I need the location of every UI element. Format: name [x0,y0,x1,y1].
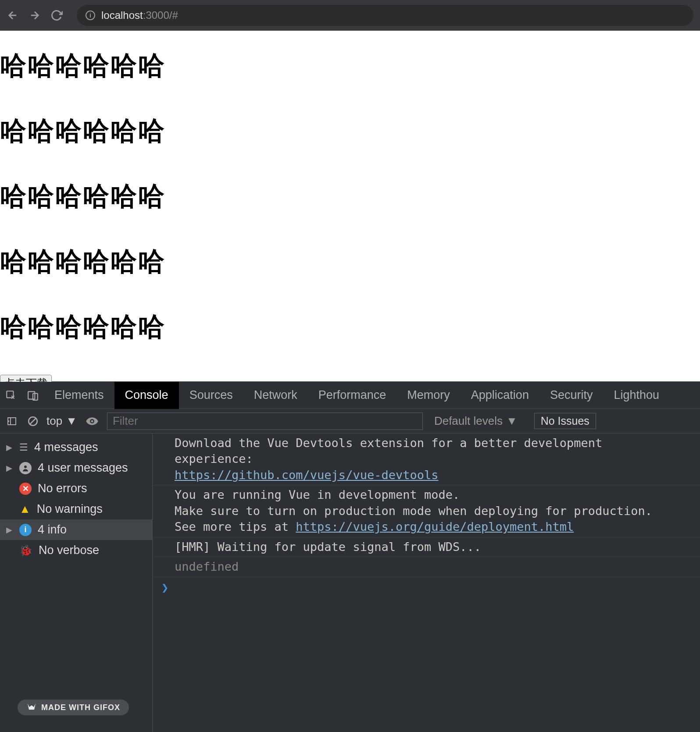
tab-sources[interactable]: Sources [179,382,243,409]
forward-button[interactable] [29,9,41,21]
console-link[interactable]: https://vuejs.org/guide/deployment.html [296,520,574,533]
context-selector[interactable]: top▼ [46,414,77,428]
url-text: localhost:3000/# [101,9,178,21]
log-levels-selector[interactable]: Default levels▼ [434,414,518,428]
back-button[interactable] [7,9,19,21]
content-row: 哈哈哈哈哈哈 [0,179,700,214]
console-sidebar: ▶ ☰ 4 messages ▶ 4 user messages ✕ No er… [0,434,153,732]
content-row: 哈哈哈哈哈哈 [0,309,700,345]
console-link[interactable]: https://github.com/vuejs/vue-devtools [175,468,438,482]
gifox-badge: MADE WITH GIFOX [18,700,129,715]
warning-icon: ▲ [19,502,31,516]
content-row: 哈哈哈哈哈哈 [0,48,700,84]
clear-console-icon[interactable] [25,416,40,427]
console-output: Download the Vue Devtools extension for … [153,434,700,732]
info-icon: i [19,524,32,536]
console-prompt[interactable]: ❯ [153,577,700,598]
reload-button[interactable] [50,9,63,21]
sidebar-info[interactable]: ▶ i 4 info [0,519,152,540]
list-icon: ☰ [19,442,28,453]
tab-network[interactable]: Network [243,382,308,409]
chevron-right-icon: ▶ [6,443,13,452]
console-line: [HMR] Waiting for update signal from WDS… [153,537,700,557]
chevron-right-icon: ▶ [6,525,13,535]
chevron-down-icon: ▼ [66,414,77,428]
device-toggle-icon[interactable] [22,382,44,409]
site-info-icon[interactable]: i [86,11,95,20]
console-filter-input[interactable] [107,412,423,430]
url-bar[interactable]: i localhost:3000/# [77,5,693,26]
sidebar-errors[interactable]: ✕ No errors [0,478,152,499]
browser-toolbar: i localhost:3000/# [0,0,700,31]
tab-performance[interactable]: Performance [308,382,397,409]
chevron-right-icon: ▶ [6,463,13,473]
error-icon: ✕ [19,483,32,495]
svg-point-5 [24,465,27,468]
content-row: 哈哈哈哈哈哈 [0,114,700,149]
console-toolbar: top▼ Default levels▼ No Issues [0,409,700,434]
console-line: You are running Vue in development mode.… [153,485,700,537]
sidebar-warnings[interactable]: ▲ No warnings [0,499,152,519]
devtools-tab-bar: Elements Console Sources Network Perform… [0,382,700,409]
tab-elements[interactable]: Elements [44,382,114,409]
bug-icon: 🐞 [19,544,32,557]
inspect-element-icon[interactable] [0,382,22,409]
page-viewport: 哈哈哈哈哈哈 哈哈哈哈哈哈 哈哈哈哈哈哈 哈哈哈哈哈哈 哈哈哈哈哈哈 点击下载 [0,31,700,381]
tab-application[interactable]: Application [461,382,539,409]
tab-security[interactable]: Security [539,382,604,409]
toggle-sidebar-icon[interactable] [4,416,19,426]
tab-memory[interactable]: Memory [396,382,461,409]
tab-lighthouse[interactable]: Lighthou [603,382,670,409]
tab-console[interactable]: Console [114,382,179,409]
sidebar-user-messages[interactable]: ▶ 4 user messages [0,458,152,478]
chevron-down-icon: ▼ [506,414,518,428]
content-row: 哈哈哈哈哈哈 [0,244,700,280]
devtools-panel: Elements Console Sources Network Perform… [0,381,700,732]
user-icon [19,462,32,474]
fox-icon [26,702,37,713]
live-expression-icon[interactable] [83,415,101,428]
sidebar-messages[interactable]: ▶ ☰ 4 messages [0,437,152,458]
console-line: Download the Vue Devtools extension for … [153,434,700,485]
svg-rect-1 [28,391,35,399]
sidebar-verbose[interactable]: 🐞 No verbose [0,540,152,561]
issues-button[interactable]: No Issues [534,413,596,429]
console-line: undefined [153,557,700,577]
